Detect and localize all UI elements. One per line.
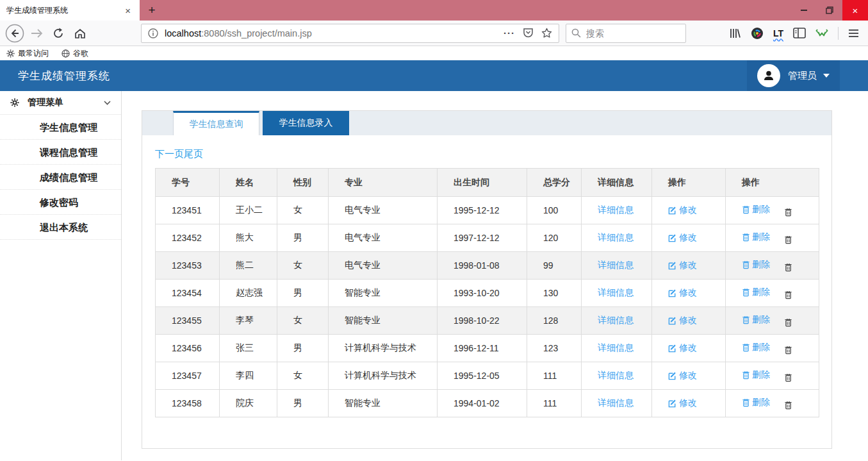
bookmark-google[interactable]: 谷歌 (61, 48, 88, 59)
sidebar-item-student-info[interactable]: 学生信息管理 (0, 115, 121, 140)
user-menu-button[interactable]: 管理员 (747, 60, 840, 91)
detail-link[interactable]: 详细信息 (598, 260, 634, 270)
languagetool-icon[interactable]: LT (773, 28, 783, 38)
edit-link-label: 修改 (679, 342, 697, 354)
trash-icon[interactable] (784, 263, 792, 272)
edit-link[interactable]: 修改 (668, 370, 697, 381)
cell-student-id: 123451 (156, 197, 220, 224)
refresh-button[interactable] (47, 23, 69, 44)
bookmark-frequent-label: 最常访问 (18, 48, 49, 59)
search-input[interactable] (586, 28, 669, 38)
col-total-credits: 总学分 (527, 169, 582, 197)
trash-icon[interactable] (784, 208, 792, 217)
close-button[interactable]: × (842, 0, 868, 21)
search-box[interactable] (566, 24, 686, 43)
forward-button[interactable] (26, 23, 47, 44)
avatar (757, 64, 780, 87)
sidebar-item-course-info[interactable]: 课程信息管理 (0, 140, 121, 165)
lens-addon-icon[interactable] (751, 27, 764, 40)
trash-icon (742, 233, 750, 242)
cell-gender: 男 (277, 390, 329, 417)
browser-tab-title: 学生成绩管理系统 (6, 5, 122, 16)
next-page-link[interactable]: 下一页 (155, 148, 184, 159)
cell-edit: 修改 (652, 280, 726, 307)
globe-icon (61, 49, 70, 58)
detail-link[interactable]: 详细信息 (598, 370, 634, 380)
col-gender: 性别 (277, 169, 329, 197)
cell-delete: 删除 (726, 362, 819, 390)
edit-link[interactable]: 修改 (668, 342, 697, 354)
table-row: 123451 王小二 女 电气专业 1995-12-12 100 详细信息 修改 (156, 197, 819, 224)
edit-link[interactable]: 修改 (668, 260, 697, 271)
new-tab-button[interactable]: + (140, 0, 164, 21)
url-bar[interactable]: localhost:8080/ssh_project/main.jsp ··· (141, 24, 559, 43)
delete-link[interactable]: 删除 (742, 397, 770, 408)
sidebar-item-logout[interactable]: 退出本系统 (0, 215, 121, 240)
sidebar-toggle-icon[interactable] (793, 28, 806, 38)
sidebar-menu-title: 管理菜单 (28, 97, 63, 108)
maximize-button[interactable] (817, 0, 842, 21)
delete-link-label: 删除 (752, 397, 770, 408)
delete-link[interactable]: 删除 (742, 259, 770, 271)
col-action-delete: 操作 (726, 169, 819, 197)
trash-icon[interactable] (784, 346, 792, 355)
cell-birth-date: 1998-01-08 (438, 252, 527, 280)
menu-hamburger-icon[interactable] (848, 29, 859, 38)
detail-link[interactable]: 详细信息 (598, 232, 634, 242)
edit-icon (668, 289, 677, 298)
edit-link[interactable]: 修改 (668, 232, 697, 244)
cell-name: 张三 (220, 335, 277, 362)
trash-icon (742, 288, 750, 297)
trash-icon[interactable] (784, 373, 792, 382)
delete-link[interactable]: 删除 (742, 369, 770, 381)
browser-titlebar: 学生成绩管理系统 × + × (0, 0, 868, 21)
trash-icon[interactable] (784, 401, 792, 410)
tab-close-icon[interactable]: × (122, 5, 133, 16)
tab-student-entry[interactable]: 学生信息录入 (263, 111, 349, 135)
detail-link[interactable]: 详细信息 (598, 287, 634, 298)
delete-link[interactable]: 删除 (742, 287, 770, 298)
trash-icon[interactable] (784, 318, 792, 327)
edit-link[interactable]: 修改 (668, 287, 697, 299)
sidebar-item-grade-info[interactable]: 成绩信息管理 (0, 165, 121, 190)
page-actions-icon[interactable]: ··· (504, 28, 515, 38)
edit-link-label: 修改 (679, 260, 697, 271)
minimize-button[interactable] (791, 0, 817, 21)
cell-gender: 女 (277, 362, 329, 390)
detail-link[interactable]: 详细信息 (598, 315, 634, 325)
pagination: 下一页尾页 (155, 148, 819, 160)
student-table: 学号 姓名 性别 专业 出生时间 总学分 详细信息 操作 操作 123451 王… (155, 168, 819, 417)
delete-link[interactable]: 删除 (742, 231, 770, 243)
bookmark-frequent[interactable]: 最常访问 (6, 48, 49, 59)
library-icon[interactable] (728, 28, 741, 39)
browser-tab[interactable]: 学生成绩管理系统 × (0, 0, 140, 21)
delete-link[interactable]: 删除 (742, 204, 770, 215)
trash-icon[interactable] (784, 235, 792, 244)
edit-link[interactable]: 修改 (668, 315, 697, 326)
cell-student-id: 123456 (156, 335, 220, 362)
edit-link-label: 修改 (679, 315, 697, 326)
pocket-icon[interactable] (523, 28, 534, 38)
site-info-icon[interactable] (148, 28, 158, 38)
back-button[interactable] (4, 23, 26, 44)
bookmark-star-icon[interactable] (541, 28, 552, 38)
cell-name: 熊二 (220, 252, 277, 280)
detail-link[interactable]: 详细信息 (598, 398, 634, 408)
wappalyzer-icon[interactable] (815, 27, 828, 40)
col-name: 姓名 (220, 169, 277, 197)
detail-link[interactable]: 详细信息 (598, 342, 634, 353)
trash-icon[interactable] (784, 290, 792, 299)
delete-link[interactable]: 删除 (742, 342, 770, 353)
trash-icon (742, 371, 750, 380)
detail-link[interactable]: 详细信息 (598, 205, 634, 215)
sidebar-item-change-password[interactable]: 修改密码 (0, 190, 121, 215)
edit-link-label: 修改 (679, 232, 697, 244)
home-button[interactable] (69, 23, 91, 44)
table-row: 123452 熊大 男 电气专业 1997-12-12 120 详细信息 修改 (156, 224, 819, 252)
edit-link[interactable]: 修改 (668, 205, 697, 216)
tab-student-query[interactable]: 学生信息查询 (173, 111, 259, 135)
delete-link[interactable]: 删除 (742, 314, 770, 326)
edit-link[interactable]: 修改 (668, 398, 697, 409)
sidebar-menu-header[interactable]: 管理菜单 (0, 91, 121, 115)
last-page-link[interactable]: 尾页 (184, 148, 203, 159)
